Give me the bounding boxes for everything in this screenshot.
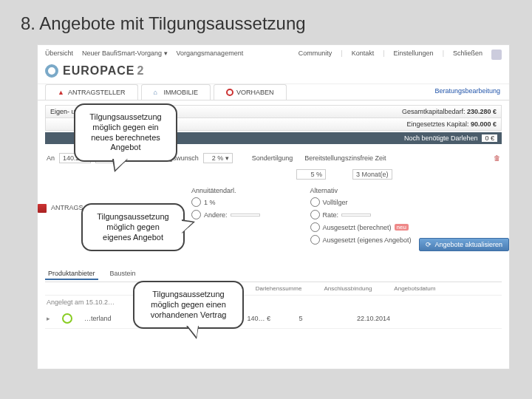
created-row: Angelegt am 15.10.2…: [45, 296, 502, 309]
kapital-label: Eingesetztes Kapital:: [406, 120, 468, 128]
col-sum: Darlehenssumme: [256, 285, 302, 292]
alternativ-head: Alternativ: [310, 187, 412, 194]
house-icon: ⌂: [154, 89, 161, 96]
sonder-input[interactable]: 5 %: [296, 169, 326, 180]
tab-label: IMMOBILIE: [164, 89, 199, 96]
subtab-produkt[interactable]: Produktanbieter: [45, 268, 98, 280]
bank-logo-icon: [62, 313, 72, 324]
col-date: Angebotsdatum: [394, 285, 435, 292]
nav-close[interactable]: Schließen: [453, 50, 482, 60]
radio-group-right: Alternativ Volltilger Rate: Ausgesetzt (…: [310, 187, 412, 245]
update-label: Angebote aktualisieren: [434, 241, 502, 248]
sonder-label: Sondertilgung: [252, 154, 293, 162]
side-label: ANTRAGS: [38, 204, 83, 213]
offer-date: 22.10.2014: [331, 315, 390, 322]
tab-label: VORHABEN: [236, 89, 274, 96]
remaining-value: 0 €: [482, 134, 497, 142]
update-offers-button[interactable]: ⟳ Angebote aktualisieren: [419, 238, 509, 251]
tab-vorhaben[interactable]: VORHABEN: [214, 84, 287, 100]
link-beratung[interactable]: Beratungsbearbeitung: [434, 87, 500, 95]
tab-antragsteller[interactable]: ▲ ANTRAGSTELLER: [45, 84, 138, 100]
slide-title: 8. Angebote mit Tilgungsaussetzung: [21, 13, 306, 34]
nav-contact[interactable]: Kontakt: [352, 50, 375, 60]
delete-icon[interactable]: 🗑: [494, 154, 500, 162]
tab-label: ANTRAGSTELLER: [68, 89, 126, 96]
nav-settings[interactable]: Einstellungen: [394, 50, 434, 60]
book-icon: [38, 204, 47, 213]
annuitaet-head: Annuitätendarl.: [191, 187, 260, 194]
expand-icon[interactable]: ▸: [47, 315, 50, 322]
callout-tail-icon: [112, 159, 128, 172]
bereit-input[interactable]: 3 Monat(e): [352, 169, 392, 180]
remaining-label: Noch benötigte Darlehen: [404, 134, 478, 142]
radio-rate[interactable]: Rate:: [310, 210, 412, 219]
gesamt-label: Gesamtkapitalbedarf:: [402, 108, 466, 115]
radio-volltilger[interactable]: Volltilger: [310, 197, 412, 207]
gesamt-value: 230.280 €: [467, 108, 497, 115]
radio-group-left: Annuitätendarl. 1 % Andere:: [191, 187, 260, 245]
callout-tail-icon: [182, 219, 195, 233]
kapital-value: 90.000 €: [471, 120, 497, 128]
nav-new[interactable]: Neuer BaufiSmart-Vorgang ▾: [82, 50, 168, 60]
top-nav: Übersicht Neuer BaufiSmart-Vorgang ▾ Vor…: [38, 45, 509, 61]
bereit-label: Bereitstellungszinsfreie Zeit: [304, 154, 386, 162]
radio-1pct[interactable]: 1 %: [191, 197, 260, 207]
radio-ausgesetzt-eigen[interactable]: Ausgesetzt (eigenes Angebot): [310, 235, 412, 245]
neu-badge: neu: [395, 224, 409, 231]
logo-row: EUROPACE 2: [38, 61, 509, 84]
offer-subtabs: Produktanbieter Baustein: [45, 267, 502, 282]
offer-bind: 5: [282, 315, 319, 322]
main-tabs: ▲ ANTRAGSTELLER ⌂ IMMOBILIE VORHABEN Ber…: [38, 84, 509, 100]
callout-3: Tilgungsaussetzung möglich gegen einen v…: [133, 281, 244, 329]
callout-1: Tilgungsaussetzung möglich gegen ein neu…: [74, 103, 177, 162]
nav-management[interactable]: Vorgangsmanagement: [177, 50, 244, 60]
nav-overview[interactable]: Übersicht: [45, 50, 73, 60]
radio-andere[interactable]: Andere:: [191, 210, 260, 219]
callout-tail-icon: [186, 326, 199, 339]
target-icon: [226, 89, 233, 96]
logo-text: EUROPACE: [63, 64, 135, 78]
subtab-baustein[interactable]: Baustein: [107, 268, 139, 280]
callout-2: Tilgungsaussetzung möglich gegen eigenes…: [81, 203, 185, 251]
person-icon: ▲: [58, 89, 65, 96]
radio-ausgesetzt-berechnet[interactable]: Ausgesetzt (berechnet) neu: [310, 222, 412, 232]
avatar[interactable]: [491, 50, 502, 60]
logo-icon: [45, 64, 58, 78]
wish-lead: An: [47, 154, 55, 162]
tab-immobilie[interactable]: ⌂ IMMOBILIE: [141, 84, 211, 100]
offer-row[interactable]: ▸ …terland 430 € 140… € 5 22.10.2014: [45, 309, 502, 329]
logo-suffix: 2: [137, 64, 145, 78]
offer-columns: Monatliche Gesamtrate Darlehenssumme Ans…: [45, 282, 502, 296]
tilgung-select[interactable]: 2 % ▾: [203, 153, 233, 163]
refresh-icon: ⟳: [426, 241, 432, 248]
col-bind: Anschlussbindung: [324, 285, 372, 292]
nav-community[interactable]: Community: [299, 50, 332, 60]
